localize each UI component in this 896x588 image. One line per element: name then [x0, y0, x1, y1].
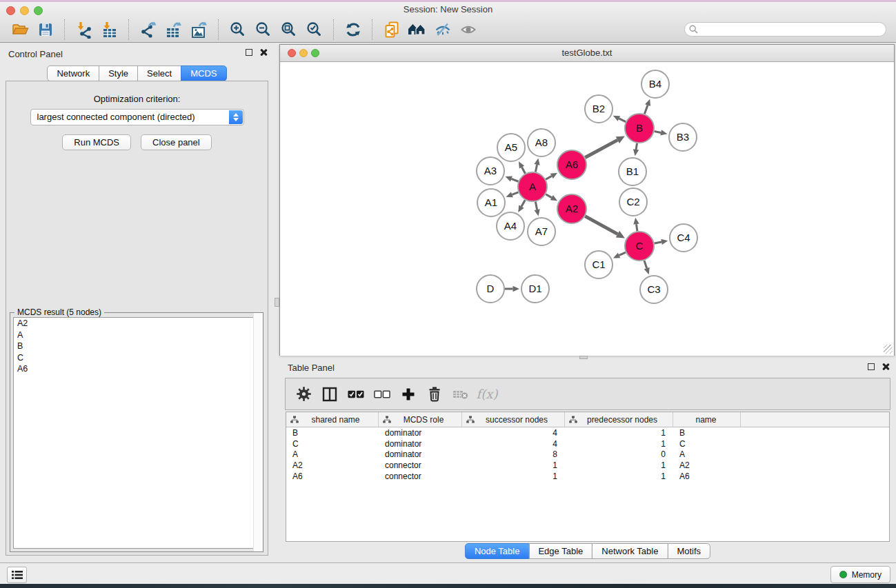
table-cell[interactable]: B: [673, 428, 741, 438]
function-builder-button[interactable]: f(x): [479, 385, 495, 403]
table-cell[interactable]: 1: [565, 472, 673, 481]
table-cell[interactable]: 1: [462, 472, 565, 481]
graph-node-A6[interactable]: A6: [557, 150, 586, 179]
export-network-button[interactable]: [137, 19, 159, 41]
export-image-button[interactable]: [188, 19, 210, 41]
table-cell[interactable]: 1: [565, 460, 673, 470]
graph-node-B4[interactable]: B4: [641, 70, 669, 98]
graph-node-A1[interactable]: A1: [477, 189, 505, 216]
result-item[interactable]: A6: [14, 363, 259, 375]
result-item[interactable]: A: [14, 330, 259, 341]
float-table-panel-button[interactable]: [868, 363, 875, 370]
graph-node-A5[interactable]: A5: [497, 134, 525, 161]
table-row[interactable]: A6connector11A6: [286, 471, 889, 482]
table-cell[interactable]: C: [286, 439, 379, 449]
tab-style[interactable]: Style: [99, 65, 138, 81]
close-network-window-button[interactable]: [288, 49, 296, 57]
table-cell[interactable]: A: [673, 449, 741, 459]
hide-selected-button[interactable]: [431, 19, 454, 41]
table-row[interactable]: Adominator80A: [286, 449, 889, 460]
table-cell[interactable]: connector: [379, 460, 462, 470]
graph-node-A3[interactable]: A3: [477, 157, 504, 185]
table-cell[interactable]: dominator: [379, 428, 462, 438]
refresh-view-button[interactable]: [341, 19, 364, 41]
graph-node-D[interactable]: D: [477, 275, 504, 303]
table-row[interactable]: Bdominator41B: [286, 427, 889, 438]
close-panel-button-mcds[interactable]: Close panel: [141, 134, 212, 150]
close-panel-button[interactable]: [260, 49, 267, 56]
task-history-button[interactable]: [7, 567, 27, 583]
add-column-button[interactable]: [400, 385, 417, 403]
table-cell[interactable]: 8: [462, 449, 565, 459]
close-window-button[interactable]: [6, 6, 15, 15]
minimize-network-window-button[interactable]: [299, 49, 308, 57]
window-resize-grip[interactable]: [884, 345, 893, 354]
search-input[interactable]: [684, 22, 886, 37]
result-item[interactable]: C: [14, 352, 259, 364]
open-session-button[interactable]: [8, 19, 31, 41]
tab-mcds[interactable]: MCDS: [181, 65, 226, 81]
graph-node-A8[interactable]: A8: [528, 129, 555, 156]
table-cell[interactable]: connector: [379, 472, 462, 481]
tab-node-table[interactable]: Node Table: [465, 543, 530, 559]
first-neighbors-button[interactable]: [406, 19, 428, 41]
table-cell[interactable]: 4: [462, 428, 565, 438]
table-cell[interactable]: 4: [462, 439, 565, 449]
graph-node-C[interactable]: C: [625, 232, 654, 261]
minimize-window-button[interactable]: [20, 6, 29, 15]
result-item[interactable]: B: [14, 341, 259, 352]
table-settings-button[interactable]: [295, 385, 312, 403]
column-header-name[interactable]: name: [673, 412, 741, 427]
graph-node-B2[interactable]: B2: [585, 95, 613, 123]
network-window-titlebar[interactable]: testGlobe.txt: [280, 45, 894, 62]
run-mcds-button[interactable]: Run MCDS: [62, 134, 131, 150]
tab-network-table[interactable]: Network Table: [592, 543, 668, 559]
graph-node-C4[interactable]: C4: [670, 224, 697, 252]
zoom-network-window-button[interactable]: [311, 49, 319, 57]
table-cell[interactable]: 1: [462, 460, 565, 470]
table-cell[interactable]: A2: [286, 460, 379, 470]
column-header-shared-name[interactable]: shared name: [286, 412, 379, 427]
network-canvas[interactable]: AA1A2A3A4A5A6A7A8BB1B2B3B4CC1C2C3C4DD1: [280, 62, 894, 356]
save-session-button[interactable]: [34, 19, 57, 41]
delete-columns-button[interactable]: [426, 385, 443, 403]
table-cell[interactable]: B: [286, 428, 379, 438]
zoom-window-button[interactable]: [34, 6, 43, 15]
float-panel-button[interactable]: [246, 49, 252, 56]
graph-node-B1[interactable]: B1: [619, 158, 646, 185]
zoom-fit-button[interactable]: [277, 19, 300, 41]
column-header-predecessor-nodes[interactable]: predecessor nodes: [565, 412, 673, 427]
zoom-in-button[interactable]: [226, 19, 249, 41]
select-all-rows-button[interactable]: [348, 385, 364, 403]
graph-node-C1[interactable]: C1: [585, 251, 613, 278]
column-header-mcds-role[interactable]: MCDS role: [379, 412, 462, 427]
table-cell[interactable]: dominator: [379, 439, 462, 449]
splitter-handle[interactable]: [275, 298, 279, 307]
new-network-from-selection-button[interactable]: [380, 19, 403, 41]
zoom-out-button[interactable]: [252, 19, 275, 41]
table-cell[interactable]: 0: [565, 449, 673, 459]
result-item[interactable]: A2: [14, 318, 259, 330]
destroy-table-button[interactable]: [452, 385, 469, 403]
graph-node-B3[interactable]: B3: [669, 123, 697, 151]
export-table-button[interactable]: [162, 19, 185, 41]
tab-edge-table[interactable]: Edge Table: [528, 543, 593, 559]
table-cell[interactable]: 1: [565, 428, 673, 438]
table-cell[interactable]: 1: [565, 439, 673, 449]
table-cell[interactable]: A6: [286, 472, 379, 481]
tab-network[interactable]: Network: [47, 65, 99, 81]
table-row[interactable]: Cdominator41C: [286, 438, 889, 449]
tab-select[interactable]: Select: [137, 65, 181, 81]
memory-button[interactable]: Memory: [830, 566, 890, 583]
graph-node-A4[interactable]: A4: [497, 212, 524, 240]
table-cell[interactable]: C: [673, 439, 741, 449]
table-cell[interactable]: A6: [673, 472, 741, 481]
show-columns-button[interactable]: [321, 385, 338, 403]
table-cell[interactable]: A2: [673, 460, 741, 470]
graph-node-D1[interactable]: D1: [521, 275, 549, 303]
import-network-button[interactable]: [72, 19, 95, 41]
tab-motifs[interactable]: Motifs: [667, 543, 710, 559]
optimization-criterion-select[interactable]: largest connected component (directed): [30, 109, 244, 125]
show-all-button[interactable]: [457, 19, 479, 41]
table-cell[interactable]: dominator: [379, 449, 462, 459]
